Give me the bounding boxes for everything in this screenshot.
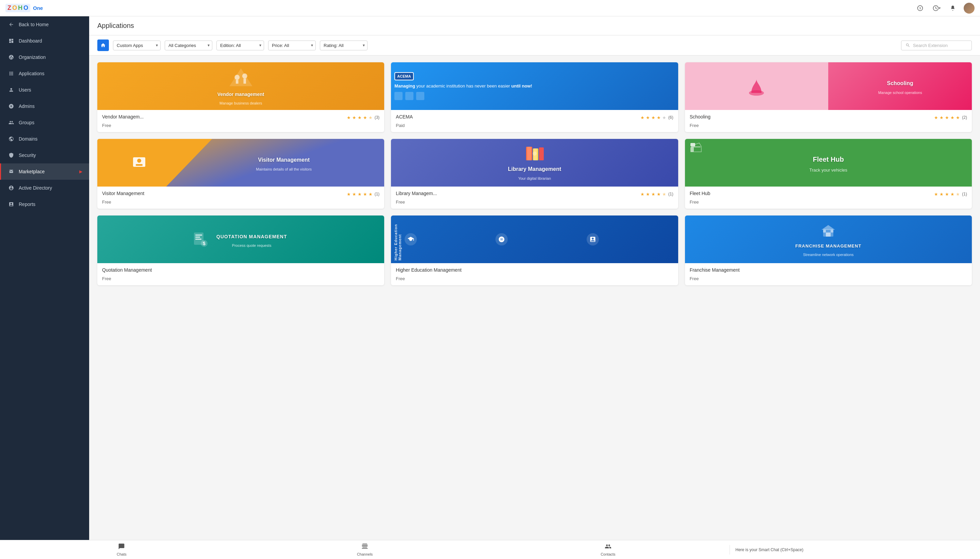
sidebar-item-applications[interactable]: Applications: [0, 65, 89, 82]
app-card-quotation-management[interactable]: $ QUOTATION MANAGEMENT Process quote req…: [97, 215, 384, 285]
user-avatar[interactable]: [964, 3, 975, 13]
app-rating: ★★★★★ (1): [640, 192, 673, 197]
svg-point-8: [749, 90, 764, 96]
svg-marker-28: [822, 225, 835, 230]
search-box: [901, 41, 972, 50]
app-image-schooling: Schooling Manage school operations: [685, 62, 972, 110]
categories-select[interactable]: All Categories: [165, 41, 212, 50]
app-info-quotation: Quotation Management Free: [97, 263, 384, 285]
search-input[interactable]: [913, 43, 967, 48]
app-image-higher: Higher Education Management: [391, 215, 678, 263]
svg-rect-20: [690, 147, 694, 152]
svg-rect-22: [195, 235, 202, 236]
svg-rect-6: [236, 80, 239, 84]
sidebar-item-reports[interactable]: Reports: [0, 196, 89, 212]
bottom-bar-channels[interactable]: Channels: [243, 541, 487, 558]
top-header: ZOHO One ? ▾: [0, 0, 980, 17]
marketplace-arrow: ▶: [79, 169, 82, 174]
active-directory-label: Active Directory: [19, 185, 52, 191]
sidebar-item-dashboard[interactable]: Dashboard: [0, 33, 89, 49]
app-image-fleet: Fleet Hub Track your vehicles: [685, 139, 972, 187]
reports-icon: [8, 201, 15, 208]
zoho-logo[interactable]: ZOHO: [5, 4, 30, 12]
sidebar-item-back-home[interactable]: Back to Home: [0, 17, 89, 33]
svg-rect-31: [831, 230, 833, 233]
sidebar-item-organization[interactable]: Organization: [0, 49, 89, 65]
app-card-fleet-hub[interactable]: Fleet Hub Track your vehicles Fleet Hub …: [685, 139, 972, 209]
admins-label: Admins: [19, 104, 35, 109]
users-icon: [8, 86, 15, 93]
page-title: Applications: [97, 22, 972, 30]
sidebar-item-users[interactable]: Users: [0, 82, 89, 98]
app-card-vendor-management[interactable]: Vendor management Manage business dealer…: [97, 62, 384, 132]
app-price: Paid: [396, 123, 673, 128]
rating-select[interactable]: Rating: All: [320, 41, 368, 50]
security-icon: [8, 152, 15, 159]
sidebar-item-admins[interactable]: Admins: [0, 98, 89, 114]
directory-icon: [8, 185, 15, 191]
custom-apps-select-wrapper: Custom Apps: [113, 41, 161, 50]
custom-apps-select[interactable]: Custom Apps: [113, 41, 161, 50]
app-image-franchise: FRANCHISE MANAGEMENT Streamline network …: [685, 215, 972, 263]
filter-bar: Custom Apps All Categories Edition: All …: [89, 35, 980, 56]
app-card-schooling[interactable]: Schooling Manage school operations Schoo…: [685, 62, 972, 132]
edition-select[interactable]: Edition: All: [216, 41, 264, 50]
app-card-library-management[interactable]: Library Management Your digital libraria…: [391, 139, 678, 209]
sidebar-item-groups[interactable]: Groups: [0, 114, 89, 131]
app-info-franchise: Franchise Management Free: [685, 263, 972, 285]
sidebar-item-domains[interactable]: Domains: [0, 131, 89, 147]
app-card-higher-education[interactable]: Higher Education Management: [391, 215, 678, 285]
app-image-visitor: Visitor Management Maintains details of …: [97, 139, 384, 187]
app-info-higher: Higher Education Management Free: [391, 263, 678, 285]
help-icon[interactable]: ?: [915, 3, 926, 13]
app-image-vendor: Vendor management Manage business dealer…: [97, 62, 384, 110]
bell-icon[interactable]: [947, 3, 958, 13]
app-name: Visitor Management: [102, 191, 144, 196]
app-image-acema: ACEMA Managing your academic institution…: [391, 62, 678, 110]
app-rating: ★★★★★ (1): [347, 192, 380, 197]
categories-select-wrapper: All Categories: [165, 41, 212, 50]
svg-rect-30: [823, 230, 826, 233]
marketplace-icon: [8, 168, 15, 175]
sidebar-item-active-directory[interactable]: Active Directory: [0, 180, 89, 196]
app-info-visitor: Visitor Management ★★★★★ (1) Free: [97, 187, 384, 209]
app-name: Schooling: [690, 114, 711, 119]
app-card-visitor-management[interactable]: Visitor Management Maintains details of …: [97, 139, 384, 209]
recent-icon[interactable]: ▾: [931, 3, 942, 13]
sidebar-item-security[interactable]: Security: [0, 147, 89, 164]
svg-text:$: $: [203, 241, 206, 246]
app-price: Free: [690, 123, 967, 128]
contacts-label: Contacts: [601, 552, 615, 556]
price-select[interactable]: Price: All: [268, 41, 316, 50]
apps-icon: [8, 70, 15, 77]
home-button[interactable]: [97, 40, 109, 51]
app-card-franchise-management[interactable]: FRANCHISE MANAGEMENT Streamline network …: [685, 215, 972, 285]
app-name: Library Managem...: [396, 191, 437, 196]
svg-point-4: [234, 75, 239, 80]
svg-rect-11: [136, 164, 143, 166]
arrow-left-icon: [8, 21, 15, 28]
smart-chat-text: Here is your Smart Chat (Ctrl+Space): [735, 547, 803, 552]
apps-grid: Vendor management Manage business dealer…: [89, 56, 980, 292]
bottom-bar-contacts[interactable]: Contacts: [487, 541, 730, 558]
main-layout: Back to Home Dashboard Organization Appl…: [0, 17, 980, 540]
app-card-acema[interactable]: ACEMA Managing your academic institution…: [391, 62, 678, 132]
app-rating: ★★★★★ (1): [934, 192, 967, 197]
svg-rect-18: [690, 143, 695, 146]
channels-label: Channels: [357, 552, 373, 556]
smart-chat-bar[interactable]: Here is your Smart Chat (Ctrl+Space): [729, 545, 980, 554]
app-info-library: Library Managem... ★★★★★ (1) Free: [391, 187, 678, 209]
sidebar-item-marketplace[interactable]: Marketplace ▶: [0, 164, 89, 180]
svg-point-17: [533, 152, 536, 155]
app-price: Free: [102, 276, 379, 281]
app-image-quotation: $ QUOTATION MANAGEMENT Process quote req…: [97, 215, 384, 263]
app-info-vendor: Vendor Managem... ★★★★★ (3) Free: [97, 110, 384, 132]
app-price: Free: [690, 200, 967, 205]
dashboard-label: Dashboard: [19, 38, 42, 44]
app-rating: ★★★★★ (3): [347, 115, 380, 120]
logo-area: ZOHO One: [5, 4, 43, 12]
svg-point-10: [137, 159, 141, 163]
contacts-icon: [605, 543, 612, 551]
app-rating: ★★★★★ (2): [934, 115, 967, 120]
bottom-bar-chats[interactable]: Chats: [0, 541, 243, 558]
